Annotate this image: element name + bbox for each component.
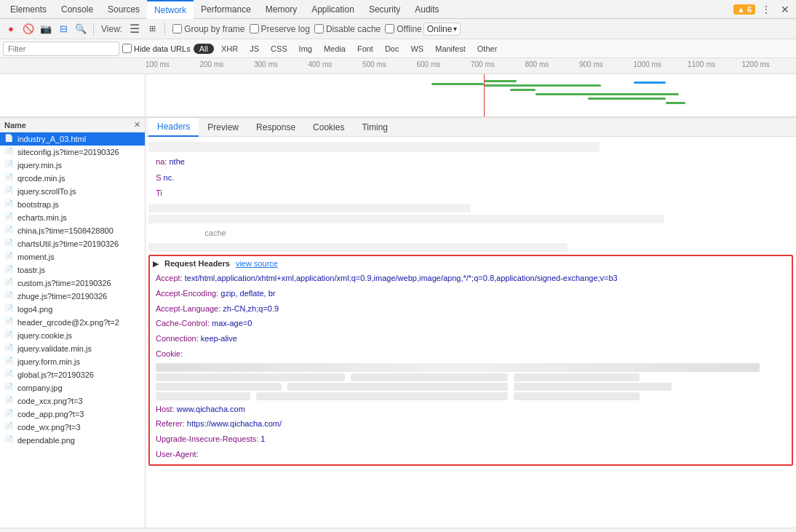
- group-by-frame-label: Group by frame: [184, 24, 244, 34]
- tab-console[interactable]: Console: [54, 0, 100, 19]
- tab-network[interactable]: Network: [147, 0, 194, 19]
- network-list-item[interactable]: 📄dependable.png: [0, 434, 145, 447]
- view-label: View:: [101, 24, 122, 34]
- network-list-item[interactable]: 📄qrcode.min.js: [0, 172, 145, 185]
- tab-application[interactable]: Application: [304, 0, 362, 19]
- network-list-item[interactable]: 📄code_app.png?t=3: [0, 408, 145, 421]
- timeline-bar: [666, 102, 685, 104]
- record-button[interactable]: ●: [3, 21, 19, 37]
- network-item-name: jquery.validate.min.js: [17, 344, 92, 353]
- clear-button[interactable]: 🚫: [20, 21, 36, 37]
- cookie-blur-4a: [156, 392, 250, 400]
- network-list-item[interactable]: 📄jquery.validate.min.js: [0, 342, 145, 355]
- filter-xhr-button[interactable]: XHR: [217, 44, 242, 54]
- network-list-item[interactable]: 📄jquery.min.js: [0, 159, 145, 172]
- filter-doc-button[interactable]: Doc: [381, 44, 404, 54]
- network-list-item[interactable]: 📄bootstrap.js: [0, 198, 145, 211]
- cookie-blur-3c: [514, 383, 672, 391]
- network-list-item[interactable]: 📄jquery.scrollTo.js: [0, 185, 145, 198]
- view-large-button[interactable]: ⊞: [144, 21, 160, 37]
- timeline-bars-right: [146, 74, 796, 116]
- timeline-bar: [588, 98, 666, 100]
- view-source-link[interactable]: view source: [236, 259, 278, 268]
- view-list-button[interactable]: ☰: [127, 21, 143, 37]
- close-devtools-button[interactable]: ✕: [777, 1, 793, 17]
- network-item-name: logo4.png: [17, 305, 52, 314]
- network-list-item[interactable]: 📄siteconfig.js?time=20190326: [0, 146, 145, 159]
- network-list-item[interactable]: 📄toastr.js: [0, 263, 145, 277]
- search-button[interactable]: 🔍: [73, 21, 89, 37]
- network-item-name: code_app.png?t=3: [17, 410, 84, 418]
- tab-security[interactable]: Security: [362, 0, 407, 19]
- filter-font-button[interactable]: Font: [353, 44, 378, 54]
- filter-manifest-button[interactable]: Manifest: [431, 44, 470, 54]
- filter-other-button[interactable]: Other: [473, 44, 502, 54]
- tab-memory[interactable]: Memory: [258, 0, 304, 19]
- network-list-item[interactable]: 📄code_wx.png?t=3: [0, 421, 145, 434]
- preserve-log-check: Preserve log: [250, 24, 310, 34]
- network-item-name: dependable.png: [17, 436, 75, 445]
- tab-elements[interactable]: Elements: [3, 0, 54, 19]
- network-list-item[interactable]: 📄industry_A_03.html: [0, 132, 145, 146]
- network-list-item[interactable]: 📄echarts.min.js: [0, 211, 145, 224]
- more-options-button[interactable]: ⋮: [758, 1, 774, 17]
- network-list-item[interactable]: 📄jquery.form.min.js: [0, 355, 145, 368]
- disable-cache-checkbox[interactable]: [314, 24, 324, 33]
- network-list-item[interactable]: 📄moment.js: [0, 250, 145, 263]
- filter-img-button[interactable]: Img: [295, 44, 317, 54]
- response-header-blur-2: [148, 204, 471, 213]
- cache-control-header: Cache-Control: max-age=0: [153, 316, 789, 331]
- network-list-item[interactable]: 📄code_xcx.png?t=3: [0, 394, 145, 408]
- timeline-tick: 900 ms: [579, 60, 603, 68]
- hide-data-urls-checkbox[interactable]: [122, 44, 132, 53]
- cookie-blur-row-4: [156, 392, 786, 400]
- referer-header: Referer: https://www.qichacha.com/: [153, 416, 789, 432]
- camera-button[interactable]: 📷: [38, 21, 54, 37]
- filter-css-button[interactable]: CSS: [266, 44, 292, 54]
- file-icon: 📄: [4, 239, 15, 249]
- group-by-frame-checkbox[interactable]: [172, 24, 182, 33]
- network-list-item[interactable]: 📄china.js?time=1508428800: [0, 224, 145, 237]
- upgrade-header: Upgrade-Insecure-Requests: 1: [153, 432, 789, 447]
- timeline-ruler: 100 ms200 ms300 ms400 ms500 ms600 ms700 …: [146, 58, 796, 74]
- tab-sources[interactable]: Sources: [100, 0, 147, 19]
- network-list-item[interactable]: 📄global.js?t=20190326: [0, 368, 145, 381]
- cookie-header-label: Cookie:: [153, 346, 789, 362]
- filter-toggle-button[interactable]: ⊟: [55, 21, 71, 37]
- file-icon: 📄: [4, 317, 15, 327]
- tab-cookies[interactable]: Cookies: [304, 118, 353, 137]
- tab-timing[interactable]: Timing: [353, 118, 397, 137]
- network-list: Name ✕ 📄industry_A_03.html📄siteconfig.js…: [0, 118, 146, 528]
- connection-header: Connection: keep-alive: [153, 331, 789, 346]
- response-header-s: S nc.: [148, 170, 793, 186]
- network-item-name: custom.js?time=20190326: [17, 279, 111, 287]
- timeline-tick: 400 ms: [309, 60, 333, 68]
- network-list-item[interactable]: 📄company.jpg: [0, 381, 145, 394]
- tab-performance[interactable]: Performance: [194, 0, 258, 19]
- filter-input[interactable]: [3, 41, 119, 56]
- accept-encoding-header: Accept-Encoding: gzip, deflate, br: [153, 286, 789, 301]
- tab-headers[interactable]: Headers: [148, 118, 199, 137]
- preserve-log-checkbox[interactable]: [250, 24, 259, 33]
- network-list-item[interactable]: 📄jquery.cookie.js: [0, 329, 145, 342]
- tab-audits[interactable]: Audits: [407, 0, 446, 19]
- network-list-item[interactable]: 📄logo4.png: [0, 303, 145, 316]
- throttle-chevron-icon: ▾: [453, 25, 457, 33]
- network-list-item[interactable]: 📄chartsUtil.js?time=20190326: [0, 237, 145, 250]
- throttling-select[interactable]: Online ▾: [423, 23, 461, 36]
- tab-response[interactable]: Response: [247, 118, 304, 137]
- filter-media-button[interactable]: Media: [319, 44, 350, 54]
- accept-header: Accept: text/html,application/xhtml+xml,…: [153, 271, 789, 286]
- network-item-name: header_qrcode@2x.png?t=2: [17, 318, 119, 327]
- offline-checkbox[interactable]: [385, 24, 394, 33]
- network-list-item[interactable]: 📄zhuge.js?time=20190326: [0, 290, 145, 303]
- name-column-header: Name: [4, 121, 26, 130]
- devtools-tab-bar: Elements Console Sources Network Perform…: [0, 0, 796, 19]
- network-list-item[interactable]: 📄header_qrcode@2x.png?t=2: [0, 316, 145, 329]
- close-panel-button[interactable]: ✕: [134, 120, 140, 130]
- tab-preview[interactable]: Preview: [199, 118, 247, 137]
- filter-js-button[interactable]: JS: [245, 44, 263, 54]
- filter-ws-button[interactable]: WS: [406, 44, 428, 54]
- network-list-item[interactable]: 📄custom.js?time=20190326: [0, 277, 145, 290]
- filter-all-button[interactable]: All: [194, 44, 214, 54]
